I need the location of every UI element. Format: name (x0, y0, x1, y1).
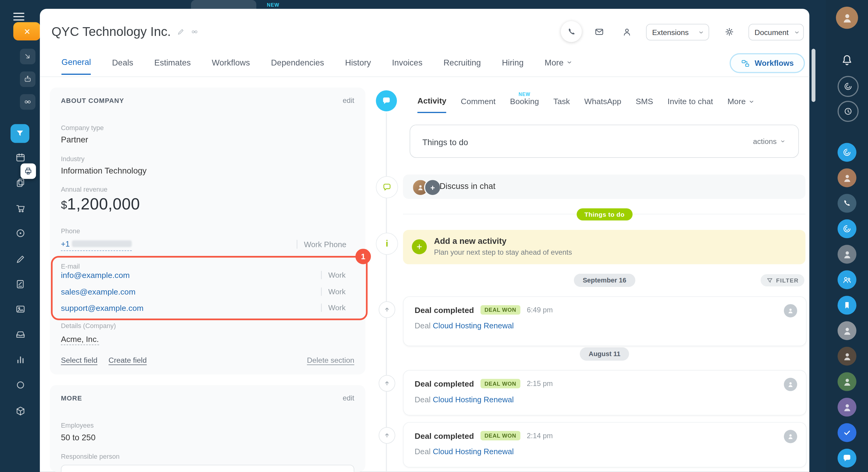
automation-icon[interactable] (14, 379, 27, 391)
discuss-in-chat-row[interactable]: + Discuss in chat (403, 174, 805, 199)
chat-avatar-6[interactable] (838, 398, 856, 416)
deal-link[interactable]: Cloud Hosting Renewal (433, 447, 514, 456)
chat-avatar-4[interactable] (838, 347, 856, 365)
support-chat-icon[interactable] (838, 449, 856, 468)
deal-link[interactable]: Cloud Hosting Renewal (433, 395, 514, 404)
tl-tab-booking[interactable]: NEW Booking (510, 96, 539, 113)
menu-icon[interactable] (13, 13, 25, 21)
email-link[interactable]: info@example.com (61, 271, 130, 280)
settings-gear-icon[interactable] (718, 21, 740, 42)
sign-icon[interactable] (14, 253, 27, 265)
add-participant-avatar[interactable]: + (424, 179, 441, 196)
top-tab (191, 0, 256, 9)
todo-input[interactable] (421, 125, 723, 158)
share-arrow-icon[interactable] (20, 49, 35, 64)
profile-avatar[interactable] (836, 7, 858, 29)
create-field-link[interactable]: Create field (108, 356, 147, 364)
filter-funnel-icon (766, 277, 773, 284)
crm-funnel-icon[interactable] (10, 124, 29, 143)
channel-icon[interactable] (838, 219, 856, 238)
store-icon[interactable] (14, 202, 27, 214)
tab-more[interactable]: More (545, 57, 573, 75)
messenger-icon[interactable] (838, 143, 856, 162)
responsible-person-input[interactable] (61, 465, 354, 472)
add-activity-card[interactable]: Add a new activity Plan your next step t… (403, 230, 805, 264)
tl-tab-activity[interactable]: Activity (417, 96, 446, 113)
deal-won-badge: DEAL WON (481, 305, 520, 315)
group-chat-icon[interactable] (838, 270, 856, 289)
arrow-up-icon (378, 301, 395, 318)
industry-value[interactable]: Information Technology (61, 166, 147, 175)
workflows-button[interactable]: Workflows (730, 53, 805, 73)
tab-invoices[interactable]: Invoices (392, 57, 423, 75)
tab-history[interactable]: History (345, 57, 371, 75)
tab-hiring[interactable]: Hiring (502, 57, 524, 75)
timeline-entry[interactable]: Deal completed DEAL WON 6:49 pm DealClou… (403, 296, 806, 346)
print-icon[interactable] (21, 163, 36, 179)
tl-tab-more[interactable]: More (727, 96, 755, 113)
actions-dropdown[interactable]: actions (750, 125, 789, 157)
todo-input-box: actions (409, 125, 799, 158)
timeline-entry[interactable]: Deal completed DEAL WON 2:14 pm DealClou… (403, 422, 806, 468)
page-header: QYC Technology Inc. (52, 25, 199, 39)
scrollbar[interactable] (812, 49, 815, 102)
tl-tab-sms[interactable]: SMS (636, 96, 653, 113)
notifications-bell-icon[interactable] (840, 53, 854, 67)
workflow-icon (741, 59, 750, 68)
extensions-button[interactable]: Extensions (646, 24, 709, 40)
delete-section-link[interactable]: Delete section (307, 356, 354, 364)
employees-value[interactable]: 50 to 250 (61, 433, 96, 442)
link-icon[interactable] (20, 94, 35, 110)
calendar-icon[interactable] (14, 151, 27, 163)
details-company-label: Details (Company) (61, 322, 116, 329)
disc-icon[interactable] (14, 227, 27, 239)
tasks-chat-icon[interactable] (838, 423, 856, 442)
market-icon[interactable] (14, 405, 27, 417)
timeline-entry[interactable]: Deal completed DEAL WON 2:15 pm DealClou… (403, 370, 806, 416)
assistant-icon[interactable] (20, 71, 35, 87)
chat-avatar-1[interactable] (838, 168, 856, 187)
recents-clock-icon[interactable] (838, 101, 859, 122)
plus-icon[interactable] (412, 239, 427, 255)
tl-tab-task[interactable]: Task (553, 96, 570, 113)
email-link[interactable]: support@example.com (61, 304, 144, 312)
deal-link[interactable]: Cloud Hosting Renewal (433, 321, 514, 330)
tl-tab-whatsapp[interactable]: WhatsApp (584, 96, 621, 113)
edit-section-link[interactable]: edit (343, 394, 354, 402)
chat-avatar-2[interactable] (838, 245, 856, 263)
sites-icon[interactable] (14, 303, 27, 315)
close-icon (22, 27, 31, 36)
saved-messages-icon[interactable] (838, 296, 856, 315)
contract-icon[interactable] (14, 278, 27, 290)
document-button[interactable]: Document (749, 24, 804, 40)
phone-value[interactable]: +1 (61, 239, 132, 251)
tl-tab-invite-to-chat[interactable]: Invite to chat (668, 96, 713, 113)
tab-general[interactable]: General (62, 57, 91, 75)
tab-workflows[interactable]: Workflows (212, 57, 250, 75)
edit-section-link[interactable]: edit (343, 96, 354, 105)
filter-button[interactable]: FILTER (761, 274, 804, 286)
annual-revenue-value[interactable]: $ 1,200,000 (61, 195, 140, 213)
company-type-value[interactable]: Partner (61, 135, 88, 144)
details-company-value[interactable]: Acme, Inc. (61, 335, 99, 345)
email-button[interactable] (588, 21, 610, 42)
tab-recruiting[interactable]: Recruiting (443, 57, 481, 75)
chat-avatar-3[interactable] (838, 321, 856, 340)
edit-title-icon[interactable] (177, 28, 185, 36)
tab-deals[interactable]: Deals (112, 57, 133, 75)
calls-icon[interactable] (838, 194, 856, 212)
chat-avatar-5[interactable] (838, 372, 856, 391)
entry-avatar (784, 304, 797, 318)
close-button[interactable] (13, 22, 40, 40)
tab-estimates[interactable]: Estimates (154, 57, 191, 75)
copilot-icon[interactable] (838, 76, 859, 97)
tab-dependencies[interactable]: Dependencies (271, 57, 324, 75)
contact-button[interactable] (616, 21, 637, 42)
copy-link-icon[interactable] (190, 28, 199, 36)
call-button[interactable] (561, 21, 582, 42)
tl-tab-comment[interactable]: Comment (461, 96, 496, 113)
email-link[interactable]: sales@example.com (61, 288, 135, 296)
select-field-link[interactable]: Select field (61, 356, 97, 364)
analytics-icon[interactable] (14, 353, 27, 365)
mailbox-icon[interactable] (14, 328, 27, 341)
